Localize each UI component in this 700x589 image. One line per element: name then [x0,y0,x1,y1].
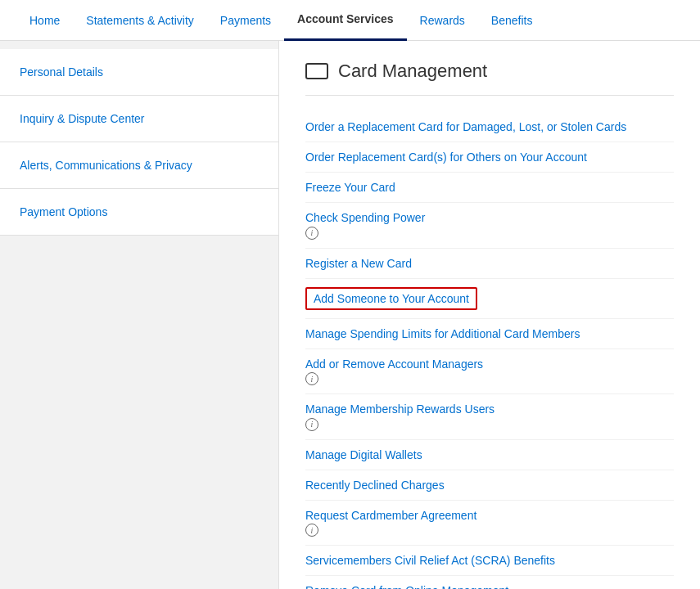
list-item: Order Replacement Card(s) for Others on … [305,142,674,173]
link-check-spending-power[interactable]: Check Spending Power [305,211,674,224]
link-manage-membership-rewards-users[interactable]: Manage Membership Rewards Users [305,402,674,416]
sidebar-item-alerts--communications---privacy[interactable]: Alerts, Communications & Privacy [0,142,278,189]
nav-item-payments[interactable]: Payments [207,0,284,41]
sidebar-item-payment-options[interactable]: Payment Options [0,189,278,236]
link-freeze-your-card[interactable]: Freeze Your Card [305,181,674,194]
link-register-a-new-card[interactable]: Register a New Card [305,257,674,270]
link-add-or-remove-account-managers[interactable]: Add or Remove Account Managers [305,357,674,371]
link-recently-declined-charges[interactable]: Recently Declined Charges [305,479,674,492]
link-remove-card-from-online-management[interactable]: Remove Card from Online Management [305,584,674,589]
nav-item-rewards[interactable]: Rewards [407,0,478,41]
list-item: Check Spending Poweri [305,203,674,249]
link-servicemembers-civil-relief-act--scra--b[interactable]: Servicemembers Civil Relief Act (SCRA) B… [305,554,674,567]
list-item: Manage Digital Wallets [305,440,674,470]
card-management-links: Order a Replacement Card for Damaged, Lo… [305,112,674,589]
main-content: Card Management Order a Replacement Card… [278,41,700,589]
list-item: Add or Remove Account Managersi [305,349,674,395]
link-request-cardmember-agreement[interactable]: Request Cardmember Agreement [305,509,674,522]
list-item: Recently Declined Charges [305,470,674,501]
section-title: Card Management [338,61,487,82]
list-item: Manage Spending Limits for Additional Ca… [305,319,674,349]
page-layout: Personal DetailsInquiry & Dispute Center… [0,41,700,589]
link-manage-spending-limits-for-additional-ca[interactable]: Manage Spending Limits for Additional Ca… [305,327,674,340]
sidebar-item-personal-details[interactable]: Personal Details [0,49,278,96]
card-management-icon [305,63,328,79]
link-add-someone-to-your-account[interactable]: Add Someone to Your Account [305,287,477,310]
nav-item-account-services[interactable]: Account Services [284,0,407,41]
info-icon[interactable]: i [305,418,318,431]
link-order-a-replacement-card-for-damaged--lo[interactable]: Order a Replacement Card for Damaged, Lo… [305,120,674,133]
list-item: Remove Card from Online Management [305,576,674,589]
link-manage-digital-wallets[interactable]: Manage Digital Wallets [305,448,674,461]
list-item: Add Someone to Your Account [305,279,674,319]
nav-item-benefits[interactable]: Benefits [478,0,546,41]
nav-item-statements---activity[interactable]: Statements & Activity [73,0,207,41]
top-navigation: HomeStatements & ActivityPaymentsAccount… [0,0,700,41]
info-icon[interactable]: i [305,227,318,240]
info-icon[interactable]: i [305,372,318,385]
list-item: Request Cardmember Agreementi [305,501,674,546]
list-item: Servicemembers Civil Relief Act (SCRA) B… [305,546,674,576]
list-item: Order a Replacement Card for Damaged, Lo… [305,112,674,142]
section-header: Card Management [305,61,674,96]
link-order-replacement-card-s--for-others-on-[interactable]: Order Replacement Card(s) for Others on … [305,151,674,164]
info-icon[interactable]: i [305,524,318,537]
sidebar: Personal DetailsInquiry & Dispute Center… [0,41,278,589]
sidebar-item-inquiry---dispute-center[interactable]: Inquiry & Dispute Center [0,96,278,142]
nav-item-home[interactable]: Home [16,0,73,41]
list-item: Freeze Your Card [305,173,674,203]
list-item: Manage Membership Rewards Usersi [305,394,674,440]
list-item: Register a New Card [305,249,674,279]
